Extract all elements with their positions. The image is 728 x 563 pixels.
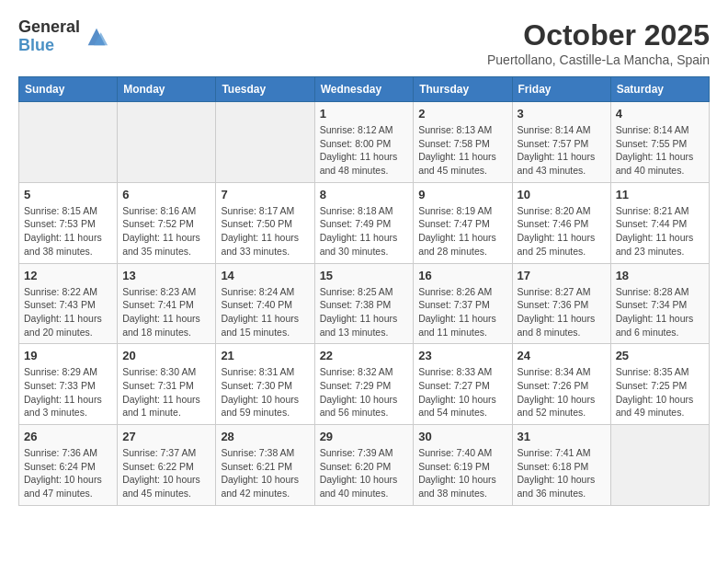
day-number: 12: [24, 269, 112, 282]
calendar-cell: 17Sunrise: 8:27 AM Sunset: 7:36 PM Dayli…: [512, 263, 610, 344]
title-block: October 2025 Puertollano, Castille-La Ma…: [487, 18, 710, 67]
day-number: 21: [221, 349, 309, 362]
day-number: 7: [221, 188, 309, 201]
calendar-cell: 3Sunrise: 8:14 AM Sunset: 7:57 PM Daylig…: [512, 102, 610, 183]
day-number: 8: [320, 188, 409, 201]
day-info: Sunrise: 8:19 AM Sunset: 7:47 PM Dayligh…: [418, 204, 506, 259]
day-number: 4: [616, 107, 704, 121]
day-number: 29: [320, 430, 409, 443]
day-number: 30: [418, 430, 506, 443]
calendar-cell: 9Sunrise: 8:19 AM Sunset: 7:47 PM Daylig…: [414, 182, 512, 263]
day-info: Sunrise: 8:23 AM Sunset: 7:41 PM Dayligh…: [122, 285, 210, 339]
day-number: 20: [122, 349, 210, 362]
calendar-cell: [19, 102, 118, 183]
day-info: Sunrise: 8:12 AM Sunset: 8:00 PM Dayligh…: [320, 123, 409, 178]
day-number: 11: [616, 188, 704, 201]
calendar-cell: 15Sunrise: 8:25 AM Sunset: 7:38 PM Dayli…: [314, 263, 414, 344]
day-number: 13: [122, 269, 210, 282]
column-header-friday: Friday: [512, 77, 610, 102]
calendar-cell: 31Sunrise: 7:41 AM Sunset: 6:18 PM Dayli…: [512, 425, 610, 506]
day-number: 1: [320, 107, 409, 121]
day-info: Sunrise: 8:29 AM Sunset: 7:33 PM Dayligh…: [24, 365, 112, 419]
calendar-cell: 10Sunrise: 8:20 AM Sunset: 7:46 PM Dayli…: [512, 182, 610, 263]
day-number: 25: [616, 349, 704, 362]
day-info: Sunrise: 8:16 AM Sunset: 7:52 PM Dayligh…: [122, 204, 210, 259]
day-info: Sunrise: 8:26 AM Sunset: 7:37 PM Dayligh…: [418, 285, 506, 339]
day-number: 3: [518, 107, 606, 121]
calendar-subtitle: Puertollano, Castille-La Mancha, Spain: [487, 52, 710, 67]
calendar-cell: 24Sunrise: 8:34 AM Sunset: 7:26 PM Dayli…: [512, 344, 610, 425]
day-number: 16: [418, 269, 506, 282]
day-number: 6: [122, 188, 210, 201]
column-header-monday: Monday: [118, 77, 216, 102]
column-header-thursday: Thursday: [414, 77, 512, 102]
calendar-cell: 25Sunrise: 8:35 AM Sunset: 7:25 PM Dayli…: [610, 344, 709, 425]
calendar-cell: [118, 102, 216, 183]
day-info: Sunrise: 8:20 AM Sunset: 7:46 PM Dayligh…: [518, 204, 606, 259]
calendar-cell: 26Sunrise: 7:36 AM Sunset: 6:24 PM Dayli…: [19, 425, 118, 506]
calendar-cell: 22Sunrise: 8:32 AM Sunset: 7:29 PM Dayli…: [314, 344, 414, 425]
calendar-table: SundayMondayTuesdayWednesdayThursdayFrid…: [18, 76, 710, 506]
calendar-cell: 4Sunrise: 8:14 AM Sunset: 7:55 PM Daylig…: [610, 102, 709, 183]
day-info: Sunrise: 7:40 AM Sunset: 6:19 PM Dayligh…: [418, 446, 506, 500]
day-number: 26: [24, 430, 112, 443]
calendar-cell: 30Sunrise: 7:40 AM Sunset: 6:19 PM Dayli…: [414, 425, 512, 506]
day-info: Sunrise: 8:22 AM Sunset: 7:43 PM Dayligh…: [24, 285, 112, 339]
day-number: 22: [320, 349, 409, 362]
logo-blue-text: Blue: [18, 37, 80, 55]
calendar-cell: 14Sunrise: 8:24 AM Sunset: 7:40 PM Dayli…: [216, 263, 314, 344]
day-info: Sunrise: 8:31 AM Sunset: 7:30 PM Dayligh…: [221, 365, 309, 419]
calendar-cell: 1Sunrise: 8:12 AM Sunset: 8:00 PM Daylig…: [314, 102, 414, 183]
day-info: Sunrise: 8:14 AM Sunset: 7:55 PM Dayligh…: [616, 123, 704, 178]
calendar-cell: 8Sunrise: 8:18 AM Sunset: 7:49 PM Daylig…: [314, 182, 414, 263]
day-info: Sunrise: 8:17 AM Sunset: 7:50 PM Dayligh…: [221, 204, 309, 259]
calendar-cell: 20Sunrise: 8:30 AM Sunset: 7:31 PM Dayli…: [118, 344, 216, 425]
logo-general-text: General: [18, 18, 80, 37]
day-info: Sunrise: 8:34 AM Sunset: 7:26 PM Dayligh…: [518, 365, 606, 419]
calendar-cell: [610, 425, 709, 506]
day-info: Sunrise: 8:33 AM Sunset: 7:27 PM Dayligh…: [418, 365, 506, 419]
day-number: 18: [616, 269, 704, 282]
day-info: Sunrise: 8:27 AM Sunset: 7:36 PM Dayligh…: [518, 285, 606, 339]
day-number: 19: [24, 349, 112, 362]
day-info: Sunrise: 8:30 AM Sunset: 7:31 PM Dayligh…: [122, 365, 210, 419]
day-info: Sunrise: 8:28 AM Sunset: 7:34 PM Dayligh…: [616, 285, 704, 339]
calendar-cell: [216, 102, 314, 183]
calendar-cell: 6Sunrise: 8:16 AM Sunset: 7:52 PM Daylig…: [118, 182, 216, 263]
day-info: Sunrise: 7:38 AM Sunset: 6:21 PM Dayligh…: [221, 446, 309, 500]
logo-icon: [84, 24, 109, 50]
day-number: 24: [518, 349, 606, 362]
calendar-title: October 2025: [487, 18, 710, 52]
day-number: 31: [518, 430, 606, 443]
column-header-wednesday: Wednesday: [314, 77, 414, 102]
day-info: Sunrise: 7:36 AM Sunset: 6:24 PM Dayligh…: [24, 446, 112, 500]
calendar-cell: 5Sunrise: 8:15 AM Sunset: 7:53 PM Daylig…: [19, 182, 118, 263]
day-number: 23: [418, 349, 506, 362]
day-number: 27: [122, 430, 210, 443]
calendar-cell: 2Sunrise: 8:13 AM Sunset: 7:58 PM Daylig…: [414, 102, 512, 183]
day-number: 5: [24, 188, 112, 201]
day-number: 17: [518, 269, 606, 282]
calendar-cell: 7Sunrise: 8:17 AM Sunset: 7:50 PM Daylig…: [216, 182, 314, 263]
calendar-cell: 11Sunrise: 8:21 AM Sunset: 7:44 PM Dayli…: [610, 182, 709, 263]
day-info: Sunrise: 7:37 AM Sunset: 6:22 PM Dayligh…: [122, 446, 210, 500]
day-info: Sunrise: 7:39 AM Sunset: 6:20 PM Dayligh…: [320, 446, 409, 500]
day-info: Sunrise: 8:35 AM Sunset: 7:25 PM Dayligh…: [616, 365, 704, 419]
calendar-cell: 27Sunrise: 7:37 AM Sunset: 6:22 PM Dayli…: [118, 425, 216, 506]
calendar-cell: 13Sunrise: 8:23 AM Sunset: 7:41 PM Dayli…: [118, 263, 216, 344]
calendar-cell: 21Sunrise: 8:31 AM Sunset: 7:30 PM Dayli…: [216, 344, 314, 425]
calendar-cell: 16Sunrise: 8:26 AM Sunset: 7:37 PM Dayli…: [414, 263, 512, 344]
calendar-cell: 29Sunrise: 7:39 AM Sunset: 6:20 PM Dayli…: [314, 425, 414, 506]
day-info: Sunrise: 8:21 AM Sunset: 7:44 PM Dayligh…: [616, 204, 704, 259]
day-info: Sunrise: 8:25 AM Sunset: 7:38 PM Dayligh…: [320, 285, 409, 339]
day-number: 10: [518, 188, 606, 201]
logo: General Blue: [18, 18, 109, 55]
day-info: Sunrise: 8:32 AM Sunset: 7:29 PM Dayligh…: [320, 365, 409, 419]
day-info: Sunrise: 8:13 AM Sunset: 7:58 PM Dayligh…: [418, 123, 506, 178]
day-info: Sunrise: 7:41 AM Sunset: 6:18 PM Dayligh…: [518, 446, 606, 500]
column-header-saturday: Saturday: [610, 77, 709, 102]
calendar-cell: 19Sunrise: 8:29 AM Sunset: 7:33 PM Dayli…: [19, 344, 118, 425]
day-number: 2: [418, 107, 506, 121]
column-header-sunday: Sunday: [19, 77, 118, 102]
day-number: 14: [221, 269, 309, 282]
